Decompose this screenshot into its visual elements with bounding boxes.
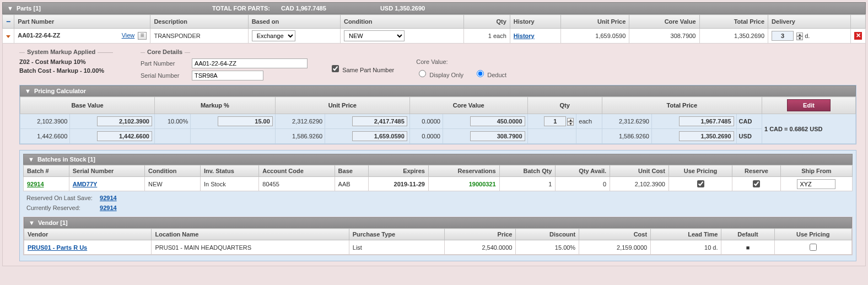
- use-pricing-checkbox[interactable]: [697, 180, 704, 187]
- cur-cad: CAD: [736, 114, 762, 129]
- markup-line1: Z02 - Cost Markup 10%: [19, 58, 130, 65]
- markup-pct-text: 10.00%: [154, 114, 190, 129]
- row-menu-icon[interactable]: [138, 32, 147, 40]
- reserved-last-link[interactable]: 92914: [100, 195, 117, 201]
- part-detail-block: System Markup Applied Z02 - Cost Markup …: [2, 44, 866, 266]
- parts-title: Parts [1]: [17, 5, 171, 12]
- markup-line2: Batch Cost - Markup - 10.00%: [19, 67, 130, 74]
- view-link[interactable]: View: [122, 32, 135, 39]
- batches-header[interactable]: ▼Batches in Stock [1]: [23, 154, 853, 165]
- delivery-unit: d.: [805, 33, 810, 39]
- fx-rate: 1 CAD = 0.6862 USD: [762, 114, 856, 144]
- col-based[interactable]: Based on: [248, 15, 340, 29]
- reserve-checkbox[interactable]: [753, 180, 760, 187]
- parts-total-usd: USD 1,350.2690: [380, 5, 479, 12]
- part-row: AA01-22-64-ZZ View TRANSPONDER Exchange …: [3, 29, 866, 44]
- vendor-header[interactable]: ▼Vendor [1]: [24, 217, 852, 228]
- base-usd-input[interactable]: [97, 131, 152, 141]
- col-pn[interactable]: Part Number: [14, 15, 150, 29]
- markup-input[interactable]: [218, 116, 273, 126]
- parts-total-label: TOTAL FOR PARTS:: [171, 5, 281, 12]
- core-pn-label: Part Number: [141, 60, 190, 67]
- currently-reserved-link[interactable]: 92914: [100, 205, 117, 211]
- unit-price: 1,659.0590: [561, 29, 629, 44]
- base-usd-text: 1,442.6600: [20, 129, 70, 144]
- col-desc[interactable]: Description: [150, 15, 248, 29]
- core-sn-label: Serial Number: [141, 72, 190, 79]
- default-radio[interactable]: ■: [721, 240, 774, 255]
- condition-select[interactable]: NEW: [344, 30, 405, 41]
- parts-total-cad: CAD 1,967.7485: [281, 5, 380, 12]
- core-legend: Core Details: [145, 49, 185, 55]
- parts-grid: − Part Number Description Based on Condi…: [2, 14, 866, 44]
- base-cad-input[interactable]: [97, 116, 152, 126]
- batch-link[interactable]: 92914: [27, 181, 44, 187]
- markup-legend: System Markup Applied: [25, 49, 98, 55]
- batches-block: ▼Batches in Stock [1] Batch # Serial Num…: [19, 150, 856, 261]
- core-value-label: Core Value:: [416, 58, 448, 65]
- col-collapse[interactable]: −: [3, 15, 14, 29]
- pricing-calculator: ▼Pricing Calculator Base Value Markup % …: [19, 85, 856, 144]
- total-cad-text: 2,312.6290: [602, 114, 651, 129]
- edit-button[interactable]: Edit: [787, 99, 831, 111]
- unit-usd-input[interactable]: [352, 131, 407, 141]
- description: TRANSPONDER: [150, 29, 248, 44]
- parts-panel-header[interactable]: ▼ Parts [1] TOTAL FOR PARTS: CAD 1,967.7…: [2, 2, 866, 14]
- unit-cad-text: 2,312.6290: [275, 114, 325, 129]
- based-on-select[interactable]: Exchange: [252, 30, 295, 41]
- pricing-calc-header[interactable]: ▼Pricing Calculator: [20, 85, 856, 96]
- vendor-use-pricing-checkbox[interactable]: [810, 244, 817, 251]
- col-hist[interactable]: History: [510, 15, 561, 29]
- delete-row-button[interactable]: ✕: [854, 32, 862, 40]
- base-cad-text: 2,102.3900: [20, 114, 70, 129]
- delivery-spinner[interactable]: ▲▼: [796, 33, 803, 40]
- cur-usd: USD: [736, 129, 762, 144]
- radio-display-only[interactable]: Display Only: [416, 72, 463, 78]
- reservation-link[interactable]: 19000321: [469, 181, 496, 187]
- batch-row: 92914 AMD77Y NEW In Stock 80455 AAB 2019…: [24, 177, 853, 191]
- history-link[interactable]: History: [514, 33, 535, 39]
- qty-unit: each: [576, 114, 602, 129]
- col-qty[interactable]: Qty: [464, 15, 510, 29]
- batch-sn-link[interactable]: AMD77Y: [73, 181, 98, 187]
- col-total[interactable]: Total Price: [699, 15, 768, 29]
- col-cond[interactable]: Condition: [341, 15, 464, 29]
- unit-usd-text: 1,586.9260: [275, 129, 325, 144]
- total-cad-input[interactable]: [679, 116, 734, 126]
- vendor-row: PRUS01 - Parts R Us PRUS01 - MAIN HEADQU…: [24, 240, 852, 255]
- col-deliv[interactable]: Delivery: [768, 15, 851, 29]
- minus-icon: −: [6, 17, 10, 26]
- qty-input[interactable]: [544, 116, 566, 126]
- core-usd-input[interactable]: [470, 131, 525, 141]
- col-actions: [851, 15, 866, 29]
- col-unit[interactable]: Unit Price: [561, 15, 629, 29]
- col-core[interactable]: Core Value: [629, 15, 699, 29]
- qty: 1 each: [464, 29, 510, 44]
- core-pn-input[interactable]: [192, 58, 308, 68]
- total-price: 1,350.2690: [699, 29, 768, 44]
- ship-from-input[interactable]: [797, 179, 835, 189]
- qty-spinner[interactable]: ▲▼: [567, 118, 574, 126]
- core-value: 308.7900: [629, 29, 699, 44]
- part-number: AA01-22-64-ZZ: [18, 32, 60, 39]
- same-pn-checkbox[interactable]: Same Part Number: [330, 67, 394, 73]
- total-usd-input[interactable]: [679, 131, 734, 141]
- core-sn-input[interactable]: [192, 71, 263, 80]
- expand-row-icon[interactable]: [6, 35, 10, 38]
- unit-cad-input[interactable]: [352, 116, 407, 126]
- radio-deduct[interactable]: Deduct: [474, 72, 506, 78]
- total-usd-text: 1,586.9260: [602, 129, 651, 144]
- vendor-link[interactable]: PRUS01 - Parts R Us: [28, 244, 87, 251]
- core-usd-text: 0.0000: [409, 129, 443, 144]
- core-cad-text: 0.0000: [409, 114, 443, 129]
- delivery-input[interactable]: [772, 31, 794, 41]
- core-cad-input[interactable]: [470, 116, 525, 126]
